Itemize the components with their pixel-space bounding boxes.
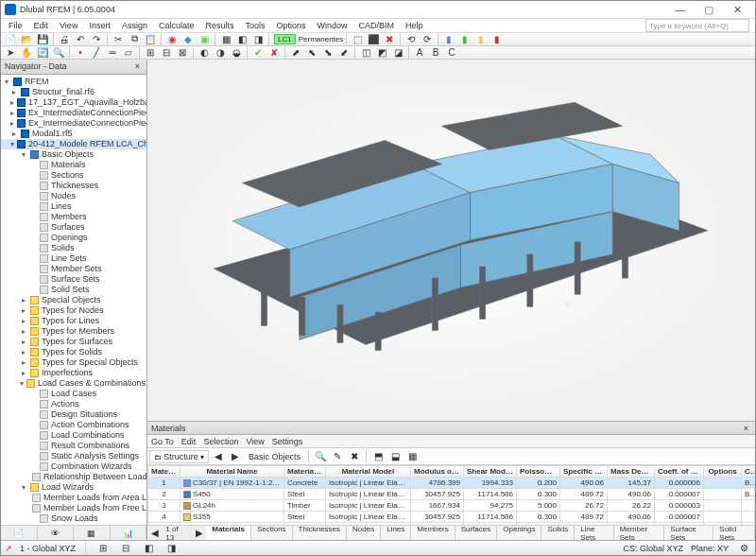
tool-icon[interactable]: ⬛ bbox=[366, 33, 381, 46]
tree-item[interactable]: ▸17_137_EGT_Aquavilla_Holzbau-ModelB.rf6 bbox=[1, 97, 146, 108]
tree-item[interactable]: Solids bbox=[1, 243, 146, 253]
tool-icon[interactable]: ▶ bbox=[228, 449, 243, 464]
tool-icon[interactable]: ⊞ bbox=[95, 541, 111, 556]
tool-icon[interactable]: ◉ bbox=[164, 33, 180, 46]
new-icon[interactable]: 📄 bbox=[3, 33, 18, 46]
menu-tools[interactable]: Tools bbox=[239, 19, 270, 32]
tree-item[interactable]: Load Combinations bbox=[1, 430, 146, 441]
tool-icon[interactable]: ◀ bbox=[211, 449, 226, 464]
panel-tab[interactable]: Member Sets bbox=[614, 525, 665, 540]
panel-tab[interactable]: Solids bbox=[541, 525, 575, 540]
tree-item[interactable]: ▾Basic Objects bbox=[1, 149, 146, 160]
tree-item[interactable]: Thicknesses bbox=[1, 181, 146, 191]
cursor-icon[interactable]: ➤ bbox=[3, 46, 18, 60]
tool-icon[interactable]: ▦ bbox=[404, 449, 420, 464]
tool-icon[interactable]: ⊞ bbox=[143, 46, 158, 60]
maximize-button[interactable]: ▢ bbox=[695, 1, 723, 18]
tool-icon[interactable]: ◧ bbox=[141, 541, 156, 556]
tool-icon[interactable]: ◫ bbox=[358, 46, 373, 60]
tool-icon[interactable]: ◑ bbox=[213, 46, 228, 60]
surface-icon[interactable]: ▱ bbox=[121, 46, 136, 60]
navigator-tree[interactable]: ▾RFEM▸Structur_final.rf6▸17_137_EGT_Aqua… bbox=[1, 75, 146, 525]
tab-prev-icon[interactable]: ◀ bbox=[147, 526, 162, 541]
tool-icon[interactable]: ▮ bbox=[490, 33, 505, 46]
nav-tab-data[interactable]: 📄 bbox=[1, 526, 38, 540]
tree-item[interactable]: Sections bbox=[1, 170, 146, 181]
tree-item[interactable]: ▾20-412_Modele RFEM LCA_Charpente GS.rf5… bbox=[1, 139, 146, 149]
zoom-icon[interactable]: 🔍 bbox=[51, 46, 66, 60]
tree-item[interactable]: Load Cases bbox=[1, 389, 146, 399]
close-button[interactable]: ✕ bbox=[723, 1, 751, 18]
tree-item[interactable]: Lines bbox=[1, 201, 146, 212]
tool-icon[interactable]: ◧ bbox=[234, 33, 249, 46]
tree-item[interactable]: Materials bbox=[1, 160, 146, 170]
tree-item[interactable]: Actions bbox=[1, 399, 146, 409]
menu-insert[interactable]: Insert bbox=[83, 19, 116, 32]
panel-view[interactable]: View bbox=[246, 437, 264, 446]
tree-item[interactable]: Action Combinations bbox=[1, 420, 146, 430]
tree-item[interactable]: ▸Types for Special Objects bbox=[1, 357, 146, 368]
tree-item[interactable]: Line Sets bbox=[1, 253, 146, 264]
tool-icon[interactable]: ⚙ bbox=[736, 541, 751, 556]
tree-item[interactable]: ▸Types for Members bbox=[1, 326, 146, 337]
tool-icon[interactable]: ◨ bbox=[250, 33, 266, 46]
tree-item[interactable]: ▸Modal1.rf5 bbox=[1, 129, 146, 139]
tool-icon[interactable]: ◐ bbox=[197, 46, 212, 60]
panel-tab[interactable]: Nodes bbox=[347, 525, 381, 540]
tool-icon[interactable]: ⟲ bbox=[404, 33, 419, 46]
panel-selection[interactable]: Selection bbox=[203, 437, 238, 446]
tree-item[interactable]: Member Loads from Area Load bbox=[1, 493, 146, 503]
panel-tab[interactable]: Surface Sets bbox=[664, 525, 713, 540]
panel-tab[interactable]: Materials bbox=[206, 525, 251, 540]
undo-icon[interactable]: ↶ bbox=[73, 33, 88, 46]
materials-table[interactable]: Material No.Material NameMaterial TypeMa… bbox=[147, 465, 755, 525]
tree-item[interactable]: Snow Loads bbox=[1, 513, 146, 524]
tree-item[interactable]: ▸Ex_IntermediateConnectionPiece-SteelJoi… bbox=[1, 118, 146, 129]
table-row[interactable]: 3GL24hTimberIsotropic | Linear Elastic16… bbox=[148, 500, 755, 512]
tool-icon[interactable]: ⬉ bbox=[304, 46, 319, 60]
tree-item[interactable]: ▸Types for Lines bbox=[1, 316, 146, 326]
menu-help[interactable]: Help bbox=[400, 19, 429, 32]
tool-icon[interactable]: ⬊ bbox=[320, 46, 335, 60]
tree-item[interactable]: ▾RFEM bbox=[1, 77, 146, 87]
menu-view[interactable]: View bbox=[54, 19, 83, 32]
tree-item[interactable]: ▸Types for Nodes bbox=[1, 305, 146, 316]
tool-icon[interactable]: ⊠ bbox=[175, 46, 190, 60]
panel-edit[interactable]: Edit bbox=[181, 437, 197, 446]
tool-icon[interactable]: ▦ bbox=[218, 33, 233, 46]
tool-icon[interactable]: ✘ bbox=[266, 46, 282, 60]
cut-icon[interactable]: ✂ bbox=[111, 33, 126, 46]
tool-icon[interactable]: ▮ bbox=[473, 33, 489, 46]
tree-item[interactable]: Openings bbox=[1, 233, 146, 243]
tool-icon[interactable]: ▮ bbox=[441, 33, 456, 46]
panel-tab[interactable]: Openings bbox=[497, 525, 541, 540]
tool-icon[interactable]: ⬚ bbox=[350, 33, 365, 46]
open-icon[interactable]: 📂 bbox=[19, 33, 34, 46]
panel-tab[interactable]: Members bbox=[411, 525, 455, 540]
tree-item[interactable]: Solid Sets bbox=[1, 285, 146, 295]
tree-item[interactable]: ▾Load Cases & Combinations bbox=[1, 378, 146, 389]
tool-icon[interactable]: ⊟ bbox=[118, 541, 133, 556]
tool-icon[interactable]: B bbox=[428, 46, 443, 60]
tree-item[interactable]: Static Analysis Settings bbox=[1, 451, 146, 461]
panel-close-icon[interactable]: × bbox=[741, 424, 751, 433]
menu-window[interactable]: Window bbox=[312, 19, 353, 32]
redo-icon[interactable]: ↷ bbox=[89, 33, 104, 46]
panel-tab[interactable]: Surfaces bbox=[455, 525, 498, 540]
nav-tab-display[interactable]: 👁 bbox=[38, 526, 75, 540]
node-icon[interactable]: • bbox=[73, 46, 88, 60]
panel-tab[interactable]: Lines bbox=[381, 525, 411, 540]
panel-tab[interactable]: Solid Sets bbox=[713, 525, 755, 540]
tool-icon[interactable]: ⬒ bbox=[370, 449, 386, 464]
tool-icon[interactable]: C bbox=[444, 46, 459, 60]
menu-results[interactable]: Results bbox=[199, 19, 239, 32]
tool-icon[interactable]: ◨ bbox=[163, 541, 179, 556]
tree-item[interactable]: Combination Wizards bbox=[1, 461, 146, 472]
tree-item[interactable]: ▸Types for Solids bbox=[1, 347, 146, 357]
tree-item[interactable]: Member Loads from Free Line Load bbox=[1, 503, 146, 513]
tool-icon[interactable]: ✎ bbox=[330, 449, 345, 464]
tab-next-icon[interactable]: ▶ bbox=[192, 526, 206, 541]
panel-group[interactable]: 🗀 Structure ▾ bbox=[149, 450, 209, 463]
print-icon[interactable]: 🖨 bbox=[57, 33, 72, 46]
search-input[interactable]: Type a keyword (Alt+Q) bbox=[645, 19, 749, 32]
